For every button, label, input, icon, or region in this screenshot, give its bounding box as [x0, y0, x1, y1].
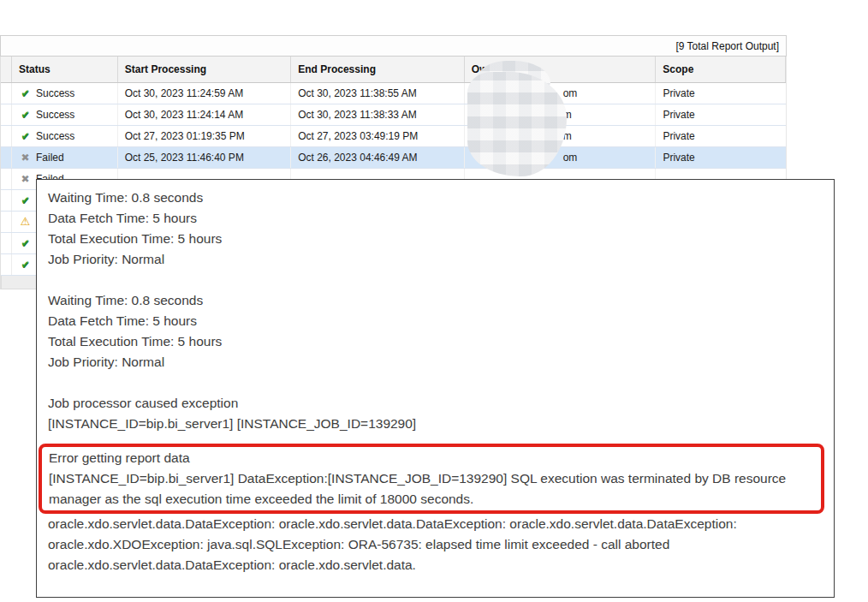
table-header-row: Status Start Processing End Processing O…: [1, 57, 786, 83]
job-priority: Job Priority: Normal: [48, 352, 823, 373]
scope-cell: Private: [656, 83, 786, 104]
error-highlight-box: Error getting report data [INSTANCE_ID=b…: [39, 444, 824, 514]
success-icon: [19, 195, 32, 206]
header-status[interactable]: Status: [12, 57, 118, 82]
end-processing-cell: Oct 27, 2023 03:49:19 PM: [291, 126, 465, 146]
table-row[interactable]: Success Oct 27, 2023 01:19:35 PM Oct 27,…: [1, 126, 786, 147]
execution-stats-block: Waiting Time: 0.8 seconds Data Fetch Tim…: [48, 188, 823, 270]
start-processing-cell: Oct 25, 2023 11:46:40 PM: [118, 147, 292, 168]
problem-warning-icon: [19, 217, 32, 227]
status-label: Success: [36, 87, 74, 99]
waiting-time: Waiting Time: 0.8 seconds: [48, 290, 823, 311]
header-select-column: [1, 57, 12, 82]
status-label: Success: [36, 130, 74, 142]
data-fetch-time: Data Fetch Time: 5 hours: [48, 311, 823, 331]
table-row-selected[interactable]: Failed Oct 25, 2023 11:46:40 PM Oct 26, …: [1, 147, 786, 169]
failed-icon: [19, 152, 32, 163]
start-processing-cell: Oct 27, 2023 01:19:35 PM: [118, 126, 292, 146]
scope-cell: Private: [656, 126, 786, 146]
scope-cell: Private: [656, 147, 786, 168]
owner-redaction-blur: [467, 72, 567, 176]
status-label: Success: [36, 109, 74, 121]
scope-cell: Private: [656, 104, 786, 125]
total-report-output-label: [9 Total Report Output]: [675, 40, 779, 52]
error-detail: [INSTANCE_ID=bip.bi_server1] DataExcepti…: [49, 468, 798, 510]
start-processing-cell: Oct 30, 2023 11:24:59 AM: [118, 83, 292, 104]
success-icon: [19, 259, 32, 270]
total-execution-time: Total Execution Time: 5 hours: [48, 229, 823, 249]
header-end-processing[interactable]: End Processing: [291, 57, 465, 82]
data-fetch-time: Data Fetch Time: 5 hours: [48, 208, 823, 229]
waiting-time: Waiting Time: 0.8 seconds: [48, 188, 823, 208]
success-icon: [19, 88, 32, 98]
stack-trace-line: oracle.xdo.servlet.data.DataException: o…: [48, 555, 823, 575]
header-start-processing[interactable]: Start Processing: [118, 57, 292, 82]
table-row[interactable]: Success Oct 30, 2023 11:24:59 AM Oct 30,…: [1, 83, 786, 104]
end-processing-cell: Oct 26, 2023 04:46:49 AM: [291, 147, 465, 168]
header-scope[interactable]: Scope: [656, 57, 786, 82]
job-exception-block: Job processor caused exception [INSTANCE…: [48, 393, 823, 434]
job-exception-line: Job processor caused exception: [48, 393, 823, 414]
error-title: Error getting report data: [49, 448, 798, 468]
end-processing-cell: Oct 30, 2023 11:38:55 AM: [291, 83, 465, 104]
start-processing-cell: Oct 30, 2023 11:24:14 AM: [118, 104, 292, 125]
error-details-popup: Waiting Time: 0.8 seconds Data Fetch Tim…: [36, 179, 835, 598]
status-label: Failed: [36, 152, 64, 164]
job-priority: Job Priority: Normal: [48, 249, 823, 270]
success-icon: [19, 238, 32, 248]
success-icon: [19, 110, 32, 120]
total-report-output-bar: [9 Total Report Output]: [0, 35, 787, 57]
execution-stats-block: Waiting Time: 0.8 seconds Data Fetch Tim…: [48, 290, 823, 373]
success-icon: [19, 131, 32, 141]
instance-id-line: [INSTANCE_ID=bip.bi_server1] [INSTANCE_J…: [48, 414, 823, 434]
end-processing-cell: Oct 30, 2023 11:38:33 AM: [291, 104, 465, 125]
table-row[interactable]: Success Oct 30, 2023 11:24:14 AM Oct 30,…: [1, 104, 786, 126]
total-execution-time: Total Execution Time: 5 hours: [48, 331, 823, 352]
failed-icon: [19, 174, 32, 184]
stack-trace-line: oracle.xdo.servlet.data.DataException: o…: [48, 514, 823, 555]
